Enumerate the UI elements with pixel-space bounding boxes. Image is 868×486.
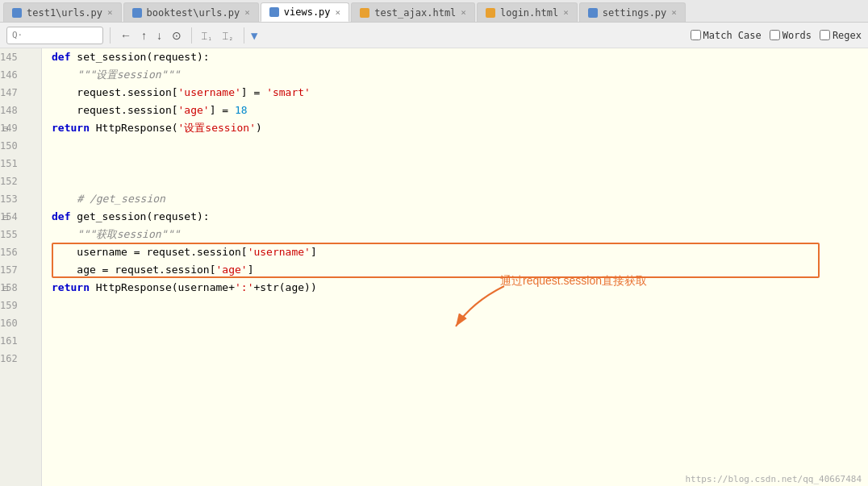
table-row: request.session['username'] = 'smart' — [42, 84, 868, 102]
search-box[interactable]: Q· — [6, 27, 103, 44]
tab-views[interactable]: views.py × — [261, 2, 349, 22]
py-icon — [132, 8, 142, 18]
divider2 — [191, 27, 192, 44]
line-numbers: 145146147148⊟149150151152153⊟15415515615… — [0, 48, 42, 486]
tab-login[interactable]: login.html × — [477, 2, 578, 22]
tab-label: test1\urls.py — [27, 7, 102, 19]
words-checkbox[interactable] — [770, 30, 780, 40]
match-case-checkbox[interactable] — [691, 30, 701, 40]
line-number: ⊟158 — [0, 279, 41, 297]
tab-test-ajax[interactable]: test_ajax.html × — [351, 2, 475, 22]
line-number: 148 — [0, 102, 41, 119]
tab-close[interactable]: × — [107, 7, 113, 18]
line-number: ⊟154 — [0, 208, 41, 226]
tab-label: login.html — [500, 7, 558, 19]
line-number: 155 — [0, 226, 41, 243]
navigate-down-button[interactable]: ↓ — [153, 27, 165, 44]
table-row — [42, 155, 868, 172]
tab-settings[interactable]: settings.py × — [579, 2, 686, 22]
status-url: https://blog.csdn.net/qq_40667484 — [685, 474, 862, 484]
search-icon: Q· — [12, 30, 23, 40]
line-number: 160 — [0, 314, 41, 332]
py-icon — [269, 7, 279, 17]
table-row: return HttpResponse('设置session') — [42, 119, 868, 137]
line-number: 153 — [0, 190, 41, 208]
table-row — [42, 297, 868, 314]
regex-option[interactable]: Regex — [820, 30, 862, 41]
align-right-button[interactable]: ⌶₂ — [219, 29, 237, 42]
tab-test1-urls[interactable]: test1\urls.py × — [3, 2, 122, 22]
tab-label: booktest\urls.py — [147, 7, 240, 19]
toolbar: Q· ← ↑ ↓ ⊙ ⌶₁ ⌶₂ ▼ Match Case Words Rege… — [0, 23, 868, 48]
table-row: username = requset.session['username'] — [42, 243, 868, 261]
line-number: 147 — [0, 84, 41, 102]
tab-close[interactable]: × — [244, 7, 250, 18]
table-row: return HttpResponse(username+':'+str(age… — [42, 279, 868, 297]
tab-close[interactable]: × — [461, 7, 466, 18]
line-number: 146 — [0, 66, 41, 84]
table-row: # /get_session — [42, 190, 868, 208]
divider3 — [244, 27, 244, 44]
fold-icon[interactable]: ⊟ — [3, 124, 8, 133]
line-number: ⊟149 — [0, 119, 41, 137]
table-row — [42, 350, 868, 368]
tab-bar: test1\urls.py × booktest\urls.py × views… — [0, 0, 868, 23]
tab-label: test_ajax.html — [374, 7, 456, 19]
align-left-button[interactable]: ⌶₁ — [198, 29, 216, 42]
line-number: 156 — [0, 243, 41, 261]
table-row: def set_session(request): — [42, 48, 868, 66]
divider — [110, 27, 111, 44]
line-number: 150 — [0, 137, 41, 155]
line-number: 157 — [0, 261, 41, 279]
tab-close[interactable]: × — [336, 7, 341, 18]
table-row — [42, 137, 868, 155]
tab-label: settings.py — [603, 7, 666, 19]
table-row: """获取session""" — [42, 226, 868, 243]
match-case-option[interactable]: Match Case — [691, 30, 762, 41]
table-row: """设置session""" — [42, 66, 868, 84]
status-bar: https://blog.csdn.net/qq_40667484 — [678, 472, 868, 486]
navigate-back-button[interactable]: ← — [117, 27, 135, 44]
tab-booktest-urls[interactable]: booktest\urls.py × — [123, 2, 259, 22]
table-row: age = requset.session['age'] — [42, 261, 868, 279]
table-row — [42, 332, 868, 350]
fold-icon[interactable]: ⊟ — [3, 213, 8, 222]
table-row: def get_session(requset): — [42, 208, 868, 226]
navigate-up-button[interactable]: ↑ — [138, 27, 150, 44]
table-row — [42, 172, 868, 190]
table-row — [42, 314, 868, 332]
words-label: Words — [782, 30, 812, 41]
html-icon — [486, 8, 495, 18]
line-number: 159 — [0, 297, 41, 314]
regex-checkbox[interactable] — [820, 30, 830, 40]
filter-icon: ▼ — [251, 29, 257, 42]
code-area: 145146147148⊟149150151152153⊟15415515615… — [0, 48, 868, 486]
line-number: 152 — [0, 172, 41, 190]
tab-label: views.py — [284, 6, 331, 18]
words-option[interactable]: Words — [770, 30, 812, 41]
match-case-label: Match Case — [703, 30, 762, 41]
html-icon — [360, 8, 369, 18]
regex-label: Regex — [833, 30, 862, 41]
tab-close[interactable]: × — [563, 7, 569, 18]
navigate-file-button[interactable]: ⊙ — [169, 27, 185, 44]
tab-close[interactable]: × — [671, 7, 677, 18]
line-number: 162 — [0, 350, 41, 368]
line-number: 151 — [0, 155, 41, 172]
line-number: 145 — [0, 48, 41, 66]
code-lines: def set_session(request): """设置session""… — [42, 48, 868, 486]
table-row: request.session['age'] = 18 — [42, 102, 868, 119]
fold-icon[interactable]: ⊟ — [3, 284, 8, 293]
py-icon — [12, 8, 22, 18]
line-number: 161 — [0, 332, 41, 350]
py-icon — [588, 8, 598, 18]
